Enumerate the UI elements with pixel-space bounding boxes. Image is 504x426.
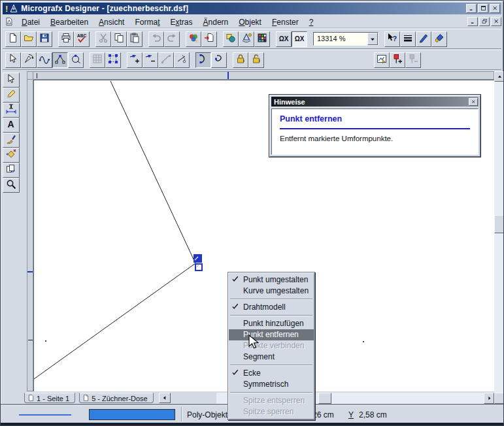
menu-item-kurve-umgestalten[interactable]: Kurve umgestalten	[229, 286, 314, 297]
page-copy-tool[interactable]	[3, 163, 20, 178]
rotate-3d-button[interactable]	[239, 31, 254, 47]
document-icon[interactable]	[4, 16, 14, 26]
menu-format[interactable]: Format	[129, 16, 165, 28]
menu-item-punkt-umgestalten[interactable]: Punkt umgestalten	[229, 274, 314, 286]
fill-style-button[interactable]	[431, 31, 447, 47]
doc-restore-button[interactable]	[479, 17, 490, 26]
menu-ansicht[interactable]: Ansicht	[93, 16, 129, 28]
scroll-up-button[interactable]	[494, 71, 504, 82]
color-replace-button[interactable]	[186, 31, 201, 47]
menu-separator	[230, 363, 312, 368]
arrow-icon	[8, 54, 18, 66]
zoom-combo[interactable]: 13314 %	[313, 32, 378, 46]
node-handle[interactable]	[195, 263, 203, 271]
stray-point	[45, 340, 46, 342]
line-width-button[interactable]	[400, 31, 416, 47]
menu-datei[interactable]: Datei	[16, 16, 45, 28]
menu-item-punkte-verbinden: Punkte verbinden	[229, 340, 314, 352]
menu-item-symmetrisch[interactable]: Symmetrisch	[229, 379, 314, 390]
remove-point-button[interactable]	[143, 52, 158, 68]
hints-close-button[interactable]	[469, 98, 478, 106]
save-button[interactable]	[37, 31, 52, 47]
fill-color-swatch[interactable]	[89, 409, 175, 420]
paste-button[interactable]	[127, 31, 143, 47]
doc-minimize-button[interactable]	[467, 17, 478, 26]
shapes-button[interactable]	[223, 31, 239, 47]
spellcheck-button[interactable]: ABC	[74, 31, 90, 47]
open-curve-button[interactable]	[195, 52, 211, 68]
close-button[interactable]	[490, 4, 500, 13]
unlock-icon	[251, 54, 261, 66]
menu-item-punkt-hinzufügen[interactable]: Punkt hinzufügen	[229, 318, 314, 329]
palette-button[interactable]	[254, 31, 270, 47]
vertical-scrollbar[interactable]	[494, 71, 504, 404]
pinremove-icon	[408, 54, 418, 66]
scrollbar-corner	[494, 393, 504, 404]
import-button[interactable]	[201, 31, 217, 47]
select-tool[interactable]	[3, 73, 20, 88]
doc-close-button[interactable]	[491, 17, 501, 26]
pin-add-button[interactable]	[390, 52, 405, 68]
menu-item-ecke[interactable]: Ecke	[229, 368, 314, 379]
menu-fenster[interactable]: Fenster	[267, 16, 304, 28]
paste-icon	[129, 33, 140, 45]
minimize-button[interactable]	[466, 4, 477, 13]
menu-item-segment[interactable]: Segment	[229, 352, 314, 363]
window-title: Micrografx Designer - [zuechnerbeschr.ds…	[21, 4, 465, 13]
edit-points-button[interactable]	[52, 52, 68, 68]
preview-button[interactable]	[374, 52, 390, 68]
brush-tool[interactable]	[3, 133, 20, 148]
copy-button[interactable]	[111, 31, 127, 47]
zoom-tool[interactable]	[3, 178, 20, 193]
dimension-tool[interactable]	[3, 103, 20, 118]
new-button[interactable]	[5, 31, 21, 47]
tab-scroll-left-button[interactable]	[159, 393, 171, 403]
select-all-points-button[interactable]	[105, 52, 121, 68]
add-point-button[interactable]	[127, 52, 143, 68]
editpoints-icon	[55, 54, 65, 66]
menu-[interactable]: ?	[304, 16, 319, 28]
symbols-button[interactable]: ΩX	[276, 31, 292, 47]
menu-item-label: Punkt umgestalten	[243, 275, 308, 284]
reshape-tool-button[interactable]	[37, 52, 52, 68]
selected-node-handle[interactable]	[193, 254, 202, 263]
menu-bearbeiten[interactable]: Bearbeiten	[45, 16, 93, 28]
hints-body: Punkt entfernen Entfernt markierte Umfor…	[271, 108, 479, 155]
open-button[interactable]	[21, 31, 37, 47]
hints-title: Hinweise	[274, 98, 305, 106]
closed-curve-button[interactable]	[211, 52, 227, 68]
lock-button[interactable]	[233, 52, 248, 68]
horizontal-scroll-thumb[interactable]	[318, 393, 331, 404]
select-tool-button[interactable]	[5, 52, 21, 68]
reshape-icon	[39, 54, 50, 66]
cut-point-button[interactable]	[174, 52, 190, 68]
unlock-button[interactable]	[248, 52, 264, 68]
hints-title-bar[interactable]: Hinweise	[271, 97, 479, 106]
reshape-closed-button[interactable]	[68, 52, 84, 68]
title-bar[interactable]: ! Micrografx Designer - [zuechnerbeschr.…	[3, 3, 501, 14]
menu-extras[interactable]: Extras	[165, 16, 197, 28]
page-tab-1-seite-1[interactable]: 1 - Seite 1	[24, 393, 75, 403]
line-style-preview[interactable]	[19, 414, 71, 416]
menu-item-drahtmodell[interactable]: Drahtmodell	[229, 302, 314, 313]
scroll-right-button[interactable]	[484, 393, 494, 404]
context-help-button[interactable]: ?	[384, 31, 400, 47]
page-tab-5-züchner-dose[interactable]: 5 - Züchner-Dose	[79, 393, 154, 403]
text-tool[interactable]: A	[3, 118, 20, 133]
rotate-tool-button[interactable]	[21, 52, 37, 68]
transform-tool[interactable]	[3, 148, 20, 163]
menu-item-punkt-entfernen[interactable]: Punkt entfernen	[229, 329, 314, 340]
maximize-button[interactable]	[478, 4, 488, 13]
toolbar-separator	[227, 52, 233, 68]
toolbar-separator	[143, 31, 148, 47]
symbols-active-button[interactable]: ΩX	[292, 31, 307, 47]
freehand-tool[interactable]	[3, 88, 20, 103]
print-button[interactable]	[58, 31, 74, 47]
menu-item-label: Ecke	[243, 369, 261, 378]
menu-item-spitze-sperren: Spitze sperren	[229, 406, 314, 418]
pen-style-button[interactable]	[416, 31, 431, 47]
menu-ändern[interactable]: Ändern	[198, 16, 234, 28]
menu-objekt[interactable]: Objekt	[233, 16, 267, 28]
vertical-scroll-thumb[interactable]	[494, 215, 504, 233]
chevron-down-icon[interactable]	[367, 33, 378, 45]
